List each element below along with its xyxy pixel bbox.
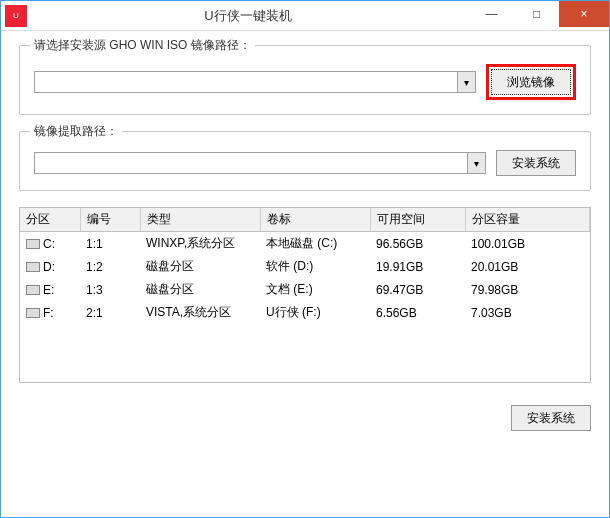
source-legend: 请选择安装源 GHO WIN ISO 镜像路径： bbox=[30, 37, 255, 54]
drive-icon bbox=[26, 285, 40, 295]
extract-fieldset: 镜像提取路径： ▾ 安装系统 bbox=[19, 131, 591, 191]
table-row[interactable]: D:1:2磁盘分区软件 (D:)19.91GB20.01GB bbox=[20, 255, 590, 278]
extract-path-dropdown[interactable]: ▾ bbox=[34, 152, 486, 174]
browse-highlight: 浏览镜像 bbox=[486, 64, 576, 100]
maximize-button[interactable]: □ bbox=[514, 1, 559, 27]
col-partition[interactable]: 分区 bbox=[20, 208, 80, 232]
table-row[interactable]: C:1:1WINXP,系统分区本地磁盘 (C:)96.56GB100.01GB bbox=[20, 232, 590, 256]
browse-button[interactable]: 浏览镜像 bbox=[491, 69, 571, 95]
window-title: U行侠一键装机 bbox=[27, 7, 469, 25]
close-button[interactable]: × bbox=[559, 1, 609, 27]
window-controls: — □ × bbox=[469, 1, 609, 30]
drive-icon bbox=[26, 308, 40, 318]
source-fieldset: 请选择安装源 GHO WIN ISO 镜像路径： ▾ 浏览镜像 bbox=[19, 45, 591, 115]
table-row[interactable]: E:1:3磁盘分区文档 (E:)69.47GB79.98GB bbox=[20, 278, 590, 301]
table-header-row: 分区 编号 类型 卷标 可用空间 分区容量 bbox=[20, 208, 590, 232]
chevron-down-icon: ▾ bbox=[467, 153, 485, 173]
col-capacity[interactable]: 分区容量 bbox=[465, 208, 590, 232]
drive-icon bbox=[26, 262, 40, 272]
install-button-bottom[interactable]: 安装系统 bbox=[511, 405, 591, 431]
footer: 安装系统 bbox=[1, 393, 609, 443]
source-path-dropdown[interactable]: ▾ bbox=[34, 71, 476, 93]
table-row[interactable]: F:2:1VISTA,系统分区U行侠 (F:)6.56GB7.03GB bbox=[20, 301, 590, 324]
drive-icon bbox=[26, 239, 40, 249]
app-icon: U bbox=[5, 5, 27, 27]
extract-legend: 镜像提取路径： bbox=[30, 123, 122, 140]
col-volume[interactable]: 卷标 bbox=[260, 208, 370, 232]
minimize-button[interactable]: — bbox=[469, 1, 514, 27]
col-number[interactable]: 编号 bbox=[80, 208, 140, 232]
partition-table: 分区 编号 类型 卷标 可用空间 分区容量 C:1:1WINXP,系统分区本地磁… bbox=[19, 207, 591, 383]
col-free[interactable]: 可用空间 bbox=[370, 208, 465, 232]
install-button-top[interactable]: 安装系统 bbox=[496, 150, 576, 176]
col-type[interactable]: 类型 bbox=[140, 208, 260, 232]
titlebar: U U行侠一键装机 — □ × bbox=[1, 1, 609, 31]
chevron-down-icon: ▾ bbox=[457, 72, 475, 92]
